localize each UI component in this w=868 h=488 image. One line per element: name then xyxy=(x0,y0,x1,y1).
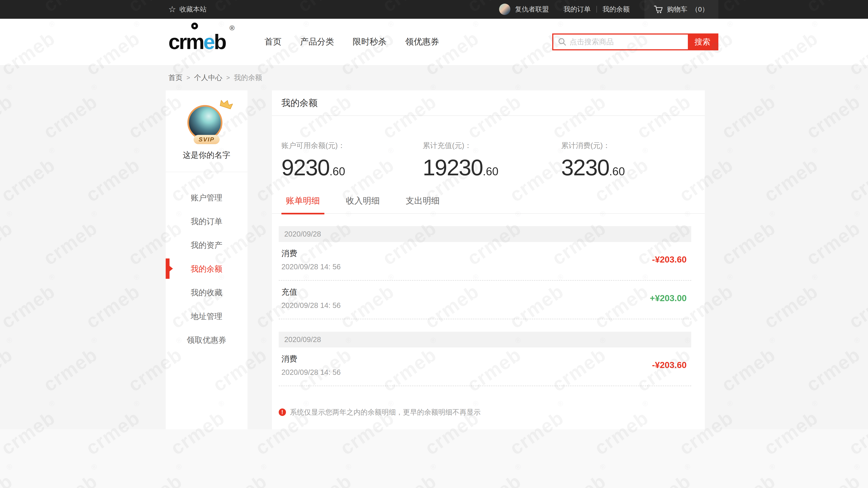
sidebar-item-orders[interactable]: 我的订单 xyxy=(166,209,248,233)
sidebar-item-favorites[interactable]: 我的收藏 xyxy=(166,281,248,304)
transaction-row: 消费 2020/09/28 14: 56 -¥203.60 xyxy=(279,348,691,386)
transaction-amount: -¥203.60 xyxy=(652,360,687,370)
sidebar-menu: 账户管理 我的订单 我的资产 我的余额 我的收藏 地址管理 领取优惠券 xyxy=(166,186,248,352)
transaction-type: 消费 xyxy=(281,248,341,259)
favorite-site-link[interactable]: ☆ 收藏本站 xyxy=(168,5,207,14)
sidebar-item-account[interactable]: 账户管理 xyxy=(166,186,248,209)
breadcrumb: 首页 > 个人中心 > 我的余额 xyxy=(168,65,718,91)
tab-expense-details[interactable]: 支出明细 xyxy=(401,195,444,215)
transaction-list: 2020/09/28 消费 2020/09/28 14: 56 -¥203.60… xyxy=(272,226,705,386)
search-input[interactable] xyxy=(569,38,688,46)
username[interactable]: 复仇者联盟 xyxy=(515,5,549,14)
sidebar-item-assets[interactable]: 我的资产 xyxy=(166,233,248,257)
cart-button[interactable]: 购物车（0） xyxy=(645,0,718,19)
sidebar-divider xyxy=(166,172,248,172)
transaction-time: 2020/09/28 14: 56 xyxy=(281,263,341,271)
transaction-amount: -¥203.60 xyxy=(652,255,687,265)
detail-tabs: 账单明细 收入明细 支出明细 xyxy=(272,195,705,214)
logo-text: cr xyxy=(168,30,186,54)
balance-stats: 账户可用余额(元)： 9230.60 累计充值(元)： 19230.60 累计消… xyxy=(272,141,705,181)
breadcrumb-current: 我的余额 xyxy=(234,73,262,83)
balance-panel: 我的余额 账户可用余额(元)： 9230.60 累计充值(元)： 19230.6… xyxy=(272,90,705,429)
main-nav: 首页 产品分类 限时秒杀 领优惠券 xyxy=(265,36,439,47)
sidebar-item-get-coupons[interactable]: 领取优惠券 xyxy=(166,328,248,352)
svip-badge: SVIP xyxy=(193,135,219,144)
breadcrumb-separator: > xyxy=(226,74,230,81)
crown-icon xyxy=(217,98,234,113)
breadcrumb-user-center[interactable]: 个人中心 xyxy=(194,73,222,83)
transaction-type: 充值 xyxy=(281,287,341,297)
user-sidebar: SVIP 这是你的名字 账户管理 我的订单 我的资产 我的余额 我的收藏 地址管… xyxy=(166,90,248,429)
tab-income-details[interactable]: 收入明细 xyxy=(341,195,384,215)
transaction-time: 2020/09/28 14: 56 xyxy=(281,368,341,377)
history-notice-text: 系统仅显示您两年之内的余额明细，更早的余额明细不再显示 xyxy=(290,408,481,417)
breadcrumb-home[interactable]: 首页 xyxy=(168,73,183,83)
date-group-header: 2020/09/28 xyxy=(279,226,691,242)
available-balance-value: 9230 xyxy=(281,155,329,180)
nav-item-coupons[interactable]: 领优惠券 xyxy=(405,36,439,47)
transaction-row: 消费 2020/09/28 14: 56 -¥203.60 xyxy=(279,242,691,281)
sidebar-item-address[interactable]: 地址管理 xyxy=(166,304,248,328)
site-header: crmeb ® 首页 产品分类 限时秒杀 领优惠券 搜索 xyxy=(0,19,868,65)
search-icon xyxy=(558,37,566,46)
cart-label: 购物车 xyxy=(667,5,687,14)
active-marker xyxy=(166,258,170,279)
topbar: ☆ 收藏本站 复仇者联盟 我的订单 我的余额 购物车（0） xyxy=(0,0,868,19)
topbar-link-my-balance[interactable]: 我的余额 xyxy=(602,5,630,14)
search-button[interactable]: 搜索 xyxy=(688,35,717,49)
topbar-link-my-orders[interactable]: 我的订单 xyxy=(563,5,591,14)
user-nickname: 这是你的名字 xyxy=(166,150,248,160)
search-bar: 搜索 xyxy=(552,33,718,51)
user-avatar-small[interactable] xyxy=(499,4,510,15)
star-icon: ☆ xyxy=(168,5,176,14)
transaction-row: 充值 2020/09/28 14: 56 +¥203.00 xyxy=(279,281,691,319)
transaction-amount: +¥203.00 xyxy=(650,293,687,303)
registered-mark: ® xyxy=(230,25,235,31)
warning-icon: ! xyxy=(279,409,286,416)
transaction-type: 消费 xyxy=(281,354,341,364)
cart-count: （0） xyxy=(691,5,709,14)
cart-icon xyxy=(654,5,663,14)
nav-item-home[interactable]: 首页 xyxy=(265,36,281,47)
stat-total-recharge: 累计充值(元)： 19230.60 xyxy=(423,141,561,181)
history-notice: ! 系统仅显示您两年之内的余额明细，更早的余额明细不再显示 xyxy=(279,408,705,417)
nav-item-flash-sale[interactable]: 限时秒杀 xyxy=(352,36,386,47)
total-recharge-value: 19230 xyxy=(423,155,483,180)
stat-total-spent: 累计消费(元)： 3230.60 xyxy=(561,141,625,181)
stat-available-balance: 账户可用余额(元)： 9230.60 xyxy=(281,141,423,181)
favorite-site-label: 收藏本站 xyxy=(180,5,207,14)
nav-item-categories[interactable]: 产品分类 xyxy=(300,36,334,47)
total-spent-value: 3230 xyxy=(561,155,609,180)
date-group-header: 2020/09/28 xyxy=(279,332,691,348)
crmeb-logo[interactable]: crmeb ® xyxy=(168,31,234,53)
topbar-divider xyxy=(596,6,597,13)
breadcrumb-separator: > xyxy=(186,74,190,81)
page-title: 我的余额 xyxy=(272,90,705,116)
logo-ring-dot xyxy=(191,23,198,29)
transaction-time: 2020/09/28 14: 56 xyxy=(281,301,341,310)
sidebar-item-balance[interactable]: 我的余额 xyxy=(166,257,248,281)
tab-bill-details[interactable]: 账单明细 xyxy=(281,195,324,215)
